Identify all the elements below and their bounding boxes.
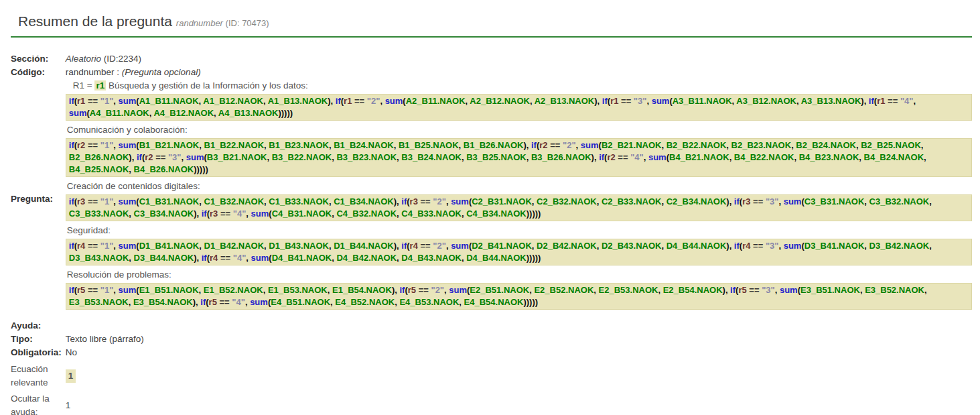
expression-token: if (401, 196, 407, 206)
expression-token: B2_B26.NAOK (69, 152, 129, 162)
expression-token: if (734, 196, 740, 206)
expression-token: E2_B52.NAOK (534, 285, 593, 295)
seccion-label: Sección: (11, 52, 66, 66)
expression-token: r3 (742, 196, 750, 206)
expression-token: == (220, 209, 230, 219)
expression-token: r2 (145, 152, 153, 162)
ecuacion-relevante-value: 1 (66, 359, 972, 392)
highlighted-variable: r1 (94, 80, 106, 91)
expression-token: if (869, 96, 874, 106)
expression-token: "2" (433, 241, 446, 251)
expression-token: B3_B26.NAOK (531, 152, 591, 162)
expression-token: == (618, 152, 628, 162)
expression-token: "1" (100, 96, 114, 106)
expression-token: C2_B32.NAOK (537, 196, 597, 206)
expression-token: C4_B31.NAOK (272, 209, 332, 219)
obligatoria-value: No (66, 346, 972, 359)
expression-token: if (69, 241, 74, 251)
expression-token: if (137, 152, 142, 162)
expression-token: sum (449, 285, 467, 295)
expression-token: "2" (563, 140, 576, 150)
expression-token: B4_B25.NAOK (69, 164, 129, 174)
expression-token: D1_B43.NAOK (269, 241, 329, 251)
expression-token: sum (780, 285, 798, 295)
expression-token: "3" (168, 152, 182, 162)
expression-token: E1_B51.NAOK (139, 285, 199, 295)
expression-token: "1" (100, 241, 114, 251)
expression-token: E1_B52.NAOK (204, 285, 263, 295)
expression-token: D4_B44.NAOK (466, 253, 527, 263)
expression-token: E1_B54.NAOK (332, 285, 392, 295)
expression-token: r3 (410, 196, 418, 206)
tipo-value: Texto libre (párrafo) (66, 333, 972, 346)
row-codigo: Código: randnumber : (Pregunta opcional) (11, 66, 972, 79)
expression-token: E2_B53.NAOK (599, 285, 658, 295)
expression-token: r2 (539, 140, 547, 150)
row-tipo: Tipo: Texto libre (párrafo) (11, 333, 972, 346)
expression-token: D4_B41.NAOK (272, 253, 332, 263)
tipo-label: Tipo: (11, 333, 66, 346)
expression-token: E4_B54.NAOK (464, 297, 524, 307)
expression-token: A3_B12.NAOK (736, 96, 796, 106)
codigo-optional-note: (Pregunta opcional) (122, 67, 201, 77)
expression-token: == (354, 96, 364, 106)
expression-token: sum (251, 209, 269, 219)
expression-token: C3_B33.NAOK (69, 209, 129, 219)
expression-token: == (550, 140, 560, 150)
expression-token: == (88, 241, 98, 251)
expression-token: C2_B33.NAOK (602, 196, 662, 206)
expression-token: if (336, 96, 341, 106)
expression-token: B4_B21.NAOK (669, 152, 729, 162)
ocultar-ayuda-value: 1 (66, 392, 972, 415)
expression-token: B4_B23.NAOK (799, 152, 859, 162)
expression-token: sum (119, 241, 137, 251)
expression-token: C1_B33.NAOK (269, 196, 329, 206)
expression-token: r5 (408, 285, 416, 295)
expression-token: B3_B24.NAOK (401, 152, 462, 162)
expression-token: E3_B53.NAOK (69, 297, 129, 307)
expression-token: == (88, 196, 98, 206)
expression-token: sum (652, 96, 670, 106)
expression-token: == (419, 285, 429, 295)
expression-token: "3" (766, 196, 779, 206)
expression-token: "3" (762, 285, 775, 295)
expression-code-block: if(r2 == "1", sum(B1_B21.NAOK, B1_B22.NA… (66, 138, 972, 177)
expression-token: == (888, 96, 898, 106)
expression-token: r5 (77, 285, 85, 295)
relevance-equation-highlight: 1 (66, 369, 76, 383)
expression-token: D1_B42.NAOK (204, 241, 265, 251)
codigo-value: randnumber : (Pregunta opcional) (66, 66, 972, 79)
expression-token: r3 (77, 196, 85, 206)
expression-token: D1_B44.NAOK (334, 241, 394, 251)
expression-token: C2_B31.NAOK (472, 196, 532, 206)
codigo-code: randnumber : (66, 67, 122, 77)
expression-token: C3_B31.NAOK (804, 196, 865, 206)
expression-token: if (730, 285, 736, 295)
expression-token: if (69, 140, 74, 150)
expression-section-title: R1 = r1 Búsqueda y gestión de la Informa… (67, 80, 972, 92)
expression-token: "2" (367, 96, 380, 106)
expression-token: B1_B23.NAOK (269, 140, 329, 150)
expression-token: sum (784, 196, 802, 206)
expression-token: B4_B24.NAOK (864, 152, 924, 162)
row-ocultar-ayuda: Ocultar la ayuda: 1 (11, 392, 972, 415)
expression-token: D3_B44.NAOK (134, 253, 194, 263)
expression-token: "1" (100, 196, 114, 206)
expression-token: E1_B53.NAOK (268, 285, 328, 295)
expression-token: == (88, 140, 98, 150)
expression-token: C4_B34.NAOK (466, 209, 527, 219)
expression-token: B3_B25.NAOK (466, 152, 527, 162)
expression-token: "3" (766, 241, 779, 251)
expression-token: D2_B43.NAOK (602, 241, 662, 251)
page-header: Resumen de la pregunta randnumber (ID: 7… (11, 13, 972, 38)
expression-token: if (599, 152, 604, 162)
expression-token: sum (119, 96, 137, 106)
expression-token: "3" (634, 96, 647, 106)
expression-token: == (753, 241, 763, 251)
expression-token: C4_B32.NAOK (336, 209, 397, 219)
expression-token: r1 (77, 96, 85, 106)
expression-token: B1_B21.NAOK (139, 140, 200, 150)
expression-token: == (753, 196, 763, 206)
expression-code-block: if(r5 == "1", sum(E1_B51.NAOK, E1_B52.NA… (66, 283, 972, 310)
expression-token: B4_B22.NAOK (734, 152, 794, 162)
